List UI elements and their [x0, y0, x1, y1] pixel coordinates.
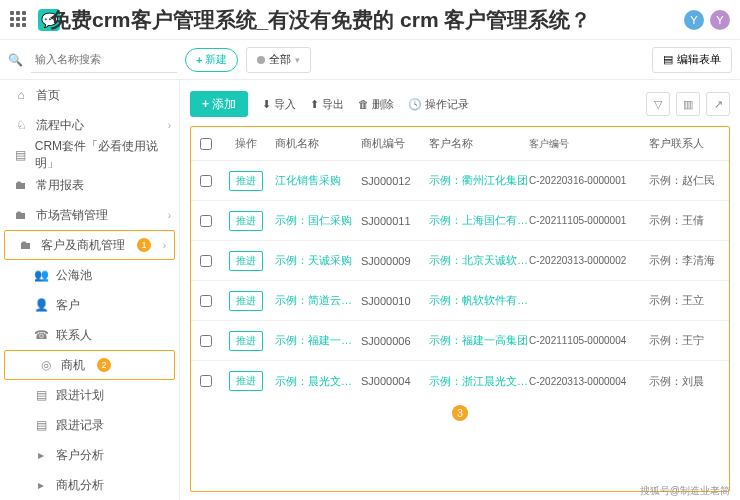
cell-code: SJ000012: [361, 175, 429, 187]
cell-code: SJ000004: [361, 375, 429, 387]
edit-form-button[interactable]: ▤编辑表单: [652, 47, 732, 73]
cell-name[interactable]: 示例：简道云采购: [271, 293, 361, 308]
dot-icon: [257, 56, 265, 64]
row-checkbox[interactable]: [200, 295, 212, 307]
sidebar-item-label: 首页: [36, 87, 60, 104]
push-button[interactable]: 推进: [229, 251, 263, 271]
row-checkbox[interactable]: [200, 255, 212, 267]
filter-icon[interactable]: ▽: [646, 92, 670, 116]
cell-contact: 示例：王宁: [649, 333, 721, 348]
sidebar: ⌂首页♘流程中心›▤CRM套件「必看使用说明」🖿常用报表🖿市场营销管理›🖿客户及…: [0, 80, 180, 500]
add-button[interactable]: +添加: [190, 91, 248, 117]
sidebar-item[interactable]: ▤跟进计划: [0, 380, 179, 410]
chevron-down-icon: ▾: [295, 55, 300, 65]
row-checkbox[interactable]: [200, 175, 212, 187]
cell-cust[interactable]: 示例：北京天诚软件…: [429, 253, 529, 268]
import-button[interactable]: ⬇导入: [262, 97, 296, 112]
push-button[interactable]: 推进: [229, 331, 263, 351]
cell-name[interactable]: 示例：福建一高3月订单: [271, 333, 361, 348]
row-checkbox[interactable]: [200, 375, 212, 387]
cell-name[interactable]: 示例：晨光文具设备…: [271, 374, 361, 389]
sidebar-item[interactable]: ▸客户分析: [0, 440, 179, 470]
sidebar-item[interactable]: ◎商机2: [4, 350, 175, 380]
credits: 搜狐号@制造业老简: [640, 484, 730, 498]
chat-icon[interactable]: 💬: [38, 9, 60, 31]
sidebar-item[interactable]: ⌂首页: [0, 80, 179, 110]
avatar[interactable]: Y: [684, 10, 704, 30]
row-checkbox[interactable]: [200, 335, 212, 347]
sidebar-item[interactable]: ♘流程中心›: [0, 110, 179, 140]
folder-icon: ▸: [34, 478, 48, 492]
sidebar-item[interactable]: 🖿客户及商机管理1›: [4, 230, 175, 260]
cell-cust[interactable]: 示例：上海国仁有限…: [429, 213, 529, 228]
cell-code: SJ000009: [361, 255, 429, 267]
col-code[interactable]: 商机编号: [361, 136, 429, 151]
sidebar-item[interactable]: ▤跟进记录: [0, 410, 179, 440]
sidebar-item-label: 客户: [56, 297, 80, 314]
sidebar-item-label: 联系人: [56, 327, 92, 344]
table-row[interactable]: 推进示例：天诚采购SJ000009示例：北京天诚软件…C-20220313-00…: [191, 241, 729, 281]
table-row[interactable]: 推进示例：福建一高3月订单SJ000006示例：福建一高集团C-20211105…: [191, 321, 729, 361]
cell-cust[interactable]: 示例：帆软软件有限公司: [429, 293, 529, 308]
sidebar-item-label: 客户分析: [56, 447, 104, 464]
cell-cust[interactable]: 示例：福建一高集团: [429, 333, 529, 348]
upload-icon: ⬆: [310, 98, 319, 111]
annotation-badge: 3: [191, 401, 729, 425]
table-row[interactable]: 推进示例：晨光文具设备…SJ000004示例：浙江晨光文具…C-20220313…: [191, 361, 729, 401]
avatar[interactable]: Y: [710, 10, 730, 30]
sidebar-item[interactable]: ☎联系人: [0, 320, 179, 350]
sidebar-item[interactable]: 🖿市场营销管理›: [0, 200, 179, 230]
folder-icon: ▸: [34, 448, 48, 462]
sidebar-item[interactable]: ▸商机分析: [0, 470, 179, 500]
folder-icon: ◎: [39, 358, 53, 372]
cell-name[interactable]: 示例：天诚采购: [271, 253, 361, 268]
log-button[interactable]: 🕓操作记录: [408, 97, 469, 112]
col-contact[interactable]: 客户联系人: [649, 136, 721, 151]
columns-icon[interactable]: ▥: [676, 92, 700, 116]
cell-cust[interactable]: 示例：浙江晨光文具…: [429, 374, 529, 389]
push-button[interactable]: 推进: [229, 291, 263, 311]
filter-all[interactable]: 全部▾: [246, 47, 311, 73]
table-actions: +添加 ⬇导入 ⬆导出 🗑删除 🕓操作记录 ▽ ▥ ↗: [190, 88, 730, 120]
col-cust[interactable]: 客户名称: [429, 136, 529, 151]
table-row[interactable]: 推进示例：国仁采购SJ000011示例：上海国仁有限…C-20211105-00…: [191, 201, 729, 241]
main: +添加 ⬇导入 ⬆导出 🗑删除 🕓操作记录 ▽ ▥ ↗ 操作 商机名称 商机编号…: [180, 80, 740, 500]
apps-icon[interactable]: [10, 11, 28, 29]
chevron-right-icon: ›: [168, 210, 171, 221]
new-button[interactable]: +新建: [185, 48, 238, 72]
folder-icon: 👤: [34, 298, 48, 312]
sidebar-item[interactable]: 🖿常用报表: [0, 170, 179, 200]
push-button[interactable]: 推进: [229, 371, 263, 391]
table-row[interactable]: 推进江化销售采购SJ000012示例：衢州江化集团C-20220316-0000…: [191, 161, 729, 201]
toolbar: 🔍 +新建 全部▾ ▤编辑表单: [0, 40, 740, 80]
sidebar-item-label: 市场营销管理: [36, 207, 108, 224]
annotation-badge: 2: [97, 358, 111, 372]
push-button[interactable]: 推进: [229, 171, 263, 191]
download-icon: ⬇: [262, 98, 271, 111]
sidebar-item[interactable]: 👥公海池: [0, 260, 179, 290]
table-row[interactable]: 推进示例：简道云采购SJ000010示例：帆软软件有限公司示例：王立: [191, 281, 729, 321]
export-icon[interactable]: ↗: [706, 92, 730, 116]
cell-name[interactable]: 江化销售采购: [271, 173, 361, 188]
cell-cno: C-20220316-0000001: [529, 175, 649, 186]
table: 操作 商机名称 商机编号 客户名称 客户编号 客户联系人 推进江化销售采购SJ0…: [190, 126, 730, 492]
col-name[interactable]: 商机名称: [271, 136, 361, 151]
col-cno[interactable]: 客户编号: [529, 137, 649, 151]
export-button[interactable]: ⬆导出: [310, 97, 344, 112]
cell-name[interactable]: 示例：国仁采购: [271, 213, 361, 228]
row-checkbox[interactable]: [200, 215, 212, 227]
cell-cust[interactable]: 示例：衢州江化集团: [429, 173, 529, 188]
sidebar-item-label: 公海池: [56, 267, 92, 284]
sidebar-item-label: 常用报表: [36, 177, 84, 194]
select-all-checkbox[interactable]: [200, 138, 212, 150]
sidebar-item[interactable]: ▤CRM套件「必看使用说明」: [0, 140, 179, 170]
sidebar-item[interactable]: 👤客户: [0, 290, 179, 320]
delete-button[interactable]: 🗑删除: [358, 97, 394, 112]
header: 💬 Y Y: [0, 0, 740, 40]
search-icon: 🔍: [8, 53, 23, 67]
search-input[interactable]: [31, 47, 177, 73]
push-button[interactable]: 推进: [229, 211, 263, 231]
col-op: 操作: [221, 136, 271, 151]
sidebar-item-label: 跟进记录: [56, 417, 104, 434]
trash-icon: 🗑: [358, 98, 369, 110]
